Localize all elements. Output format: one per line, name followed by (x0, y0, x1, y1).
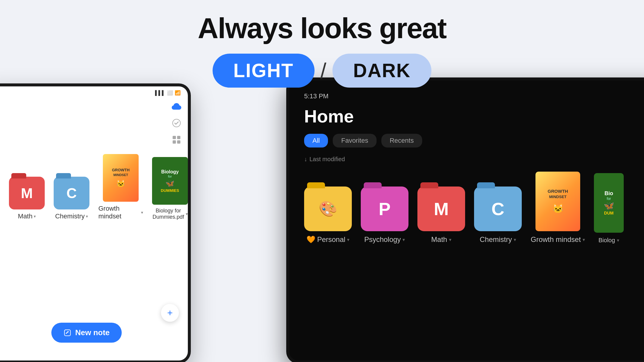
grid-icon[interactable] (171, 134, 182, 145)
list-item[interactable]: 🎨 🧡 Personal ▾ (304, 187, 352, 244)
list-item[interactable]: Bio for 🦋 DUM Biolog ▾ (594, 173, 624, 244)
list-item[interactable]: M Math ▾ (9, 177, 45, 220)
badge-separator: / (321, 58, 326, 83)
dark-biology-label: Biolog (598, 237, 615, 244)
new-note-button[interactable]: New note (51, 323, 122, 343)
dark-home-title: Home (304, 106, 644, 127)
biology-label: Biology for Dummies.pdf (152, 208, 185, 220)
dark-psychology-letter: P (379, 199, 391, 219)
dark-badge[interactable]: DARK (332, 54, 432, 88)
new-note-label: New note (75, 328, 110, 337)
biology-book: Biology for 🦋 DUMMIES (152, 157, 188, 205)
sort-label[interactable]: Last modified (309, 156, 345, 163)
dark-personal-folder: 🎨 (304, 187, 352, 231)
light-badge[interactable]: LIGHT (213, 54, 315, 88)
dark-growth-label: Growth mindset (531, 235, 581, 244)
biology-label-row: Biology for Dummies.pdf ▾ (152, 208, 188, 220)
dark-chemistry-label-row: Chemistry ▾ (480, 235, 516, 244)
light-folders-row: 🎨 onal ▾ M Math ▾ C (0, 148, 188, 223)
check-icon[interactable] (171, 118, 182, 128)
dark-tablet-screen: 5:13 PM Home All Favorites Recents ↓ Las… (289, 80, 644, 361)
chevron-down-icon: ▾ (514, 237, 516, 243)
dark-growth-label-row: Growth mindset ▾ (531, 235, 585, 244)
list-item[interactable]: P Psychology ▾ (361, 187, 408, 244)
chevron-down-icon: ▾ (86, 214, 88, 219)
plus-icon: + (167, 307, 173, 319)
chevron-down-icon: ▾ (402, 237, 405, 243)
growth-mindset-label-row: Growth mindset ▾ (98, 205, 143, 220)
dark-growth-book: GROWTH MINDSET 🐱 (535, 172, 580, 231)
dark-psychology-label: Psychology (364, 235, 401, 244)
mode-badges: LIGHT / DARK (0, 54, 644, 88)
list-item[interactable]: GROWTH MINDSET 🐱 Growth mindset ▾ (531, 172, 585, 244)
chemistry-folder-icon: C (54, 177, 89, 209)
header: Always looks great LIGHT / DARK (0, 0, 644, 97)
tab-favorites[interactable]: Favorites (333, 134, 376, 147)
growth-mindset-label: Growth mindset (98, 205, 140, 220)
dark-chemistry-letter: C (491, 199, 504, 219)
list-item[interactable]: Biology for 🦋 DUMMIES Biology for Dummie… (152, 157, 188, 220)
fab-plus-button[interactable]: + (161, 304, 179, 322)
dark-math-label: Math (431, 235, 447, 244)
chevron-down-icon: ▾ (141, 210, 143, 215)
edit-icon (63, 329, 72, 337)
tab-recents[interactable]: Recents (381, 134, 422, 147)
chevron-down-icon: ▾ (186, 212, 188, 216)
dark-tablet: 5:13 PM Home All Favorites Recents ↓ Las… (286, 77, 644, 362)
chemistry-folder-label-row: Chemistry ▾ (55, 212, 88, 220)
light-tablet-screen: ▌▌▌ ⬜ 📶 (0, 86, 188, 361)
tab-all[interactable]: All (304, 134, 328, 147)
svg-rect-2 (177, 136, 180, 139)
svg-rect-1 (173, 136, 176, 139)
chevron-down-icon: ▾ (34, 214, 36, 219)
main-title: Always looks great (0, 12, 644, 45)
dark-biology-book: Bio for 🦋 DUM (594, 173, 624, 233)
list-item[interactable]: GROWTH MINDSET 🐱 Growth mindset ▾ (98, 154, 143, 220)
chevron-down-icon: ▾ (583, 237, 585, 243)
dark-psychology-label-row: Psychology ▾ (364, 235, 405, 244)
dark-personal-label: Personal (317, 235, 346, 244)
chevron-down-icon: ▾ (617, 237, 619, 243)
dark-math-letter: M (434, 199, 449, 219)
dark-personal-emoji: 🎨 (319, 200, 337, 217)
dark-personal-label-row: 🧡 Personal ▾ (306, 235, 350, 244)
list-item[interactable]: M Math ▾ (417, 187, 465, 244)
svg-rect-4 (177, 140, 180, 144)
list-item[interactable]: C Chemistry ▾ (474, 187, 522, 244)
list-item[interactable]: C Chemistry ▾ (54, 177, 89, 220)
dark-folders-row: 🎨 🧡 Personal ▾ P Psychology ▾ (304, 172, 644, 244)
dark-chemistry-folder: C (474, 187, 522, 231)
light-toolbar (0, 98, 188, 148)
math-folder-label-row: Math ▾ (18, 212, 36, 220)
dark-math-folder: M (417, 187, 465, 231)
dark-biology-label-row: Biolog ▾ (598, 237, 619, 244)
svg-rect-3 (173, 140, 176, 144)
math-folder-label: Math (18, 212, 32, 220)
light-tablet: ▌▌▌ ⬜ 📶 (0, 83, 191, 362)
math-folder-letter: M (21, 185, 33, 201)
chemistry-folder-label: Chemistry (55, 212, 85, 220)
svg-point-0 (173, 119, 180, 127)
math-folder-icon: M (9, 177, 45, 209)
dark-personal-emoji-label: 🧡 (306, 235, 315, 244)
dark-filter-tabs: All Favorites Recents (304, 134, 644, 147)
cloud-icon[interactable] (171, 101, 182, 112)
sort-arrow-icon: ↓ (304, 156, 307, 163)
dark-sort-row: ↓ Last modified (304, 156, 644, 163)
chemistry-folder-letter: C (66, 185, 77, 201)
dark-psychology-folder: P (361, 187, 408, 231)
growth-mindset-book: GROWTH MINDSET 🐱 (103, 154, 139, 202)
chevron-down-icon: ▾ (449, 237, 451, 243)
dark-chemistry-label: Chemistry (480, 235, 512, 244)
dark-math-label-row: Math ▾ (431, 235, 451, 244)
chevron-down-icon: ▾ (347, 237, 349, 243)
